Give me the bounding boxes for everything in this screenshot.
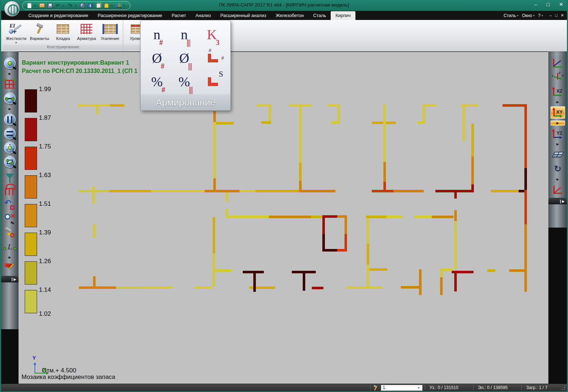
mdi-minimize-button[interactable]: –	[549, 13, 552, 18]
tab-создание-и-редактирование[interactable]: Создание и редактирование	[24, 11, 93, 20]
strengthening-icon	[104, 23, 116, 36]
view-isometric-icon[interactable]	[551, 57, 565, 69]
flyout-arrow-icon[interactable]: ▶	[551, 177, 565, 182]
mesh-icon[interactable]	[3, 78, 17, 90]
menu-окно[interactable]: Окно▾	[522, 13, 534, 18]
ribbon-button-усиление[interactable]: Усиление	[98, 22, 121, 44]
wall-segment	[418, 121, 425, 124]
toolbar-grip[interactable]: ........	[3, 53, 16, 55]
tab-анализ[interactable]: Анализ	[191, 11, 215, 20]
wall-segment	[423, 104, 436, 107]
variant-select[interactable]: 1. ▾	[381, 385, 423, 391]
flyout-icon-grid: n#n|||K3Ø#Ø|||##%#%|||S	[141, 20, 230, 93]
view-dimetric-icon[interactable]: ZYX	[551, 71, 565, 83]
tab-расчет[interactable]: Расчет	[167, 11, 191, 20]
mdi-restore-button[interactable]: □	[555, 13, 557, 18]
select-node-icon[interactable]	[3, 57, 17, 69]
select-horizontal-elements-icon[interactable]	[3, 127, 17, 140]
arrow-glyph: ▶	[556, 121, 559, 125]
close-button[interactable]: ✕	[559, 1, 563, 7]
perspective-plane-icon[interactable]	[551, 148, 565, 161]
wall-segment	[331, 121, 340, 124]
flyout-arrow-icon[interactable]: ▶	[3, 255, 17, 260]
tab-расширенное-редактирование[interactable]: Расширенное редактирование	[93, 11, 167, 20]
ribbon-button-варианты[interactable]: Варианты	[28, 22, 51, 44]
app-logo-icon[interactable]	[4, 1, 20, 17]
wall-segment	[509, 269, 525, 272]
toolbar-grip[interactable]: ........	[551, 53, 564, 55]
view-xz-icon[interactable]: XZ	[551, 85, 565, 98]
legend-swatch	[25, 175, 37, 199]
tab-кирпич[interactable]: Кирпич	[331, 11, 355, 20]
select-element-icon[interactable]	[3, 92, 17, 105]
ribbon-button-жесткости[interactable]: EI+Жесткости▼	[5, 22, 28, 44]
wall-segment	[487, 269, 495, 272]
legend-value: 1.14	[39, 286, 51, 294]
wall-segment	[255, 190, 299, 192]
wall-segment	[213, 253, 215, 286]
safety-factor-button[interactable]: K3	[199, 23, 227, 46]
chevron-down-icon[interactable]: ▼	[15, 41, 17, 44]
highlight-icon[interactable]	[3, 226, 17, 239]
ribbon-tab-bar: Создание и редактированиеРасширенное ред…	[1, 11, 567, 20]
tab-расширенный-анализ[interactable]: Расширенный анализ	[215, 11, 271, 20]
transform-icon[interactable]: ↶	[3, 198, 17, 211]
wall-segment	[299, 181, 302, 190]
corner-reinforcement-button[interactable]: ##	[199, 46, 227, 70]
filter-icon[interactable]	[3, 170, 17, 182]
mdi-close-button[interactable]: ✕	[561, 13, 564, 18]
wall-segment	[79, 286, 116, 289]
wall-segment	[116, 286, 143, 289]
minimize-button[interactable]: –	[534, 1, 537, 7]
glyph-sub: #	[162, 86, 165, 94]
masonry-icon	[57, 23, 69, 36]
rebar-percent-bars-button[interactable]: %|||	[172, 70, 200, 93]
view-xy-icon[interactable]: XY	[551, 106, 565, 119]
flyout-arrow-icon[interactable]: ▶	[3, 106, 17, 111]
view-rotated-axes-icon[interactable]	[551, 184, 565, 196]
ribbon-button-кладка[interactable]: Кладка	[52, 22, 74, 44]
legend-swatch	[25, 118, 37, 141]
mesh-undo-icon[interactable]	[3, 184, 17, 196]
loads-count: Загр.: 1 / 7	[524, 385, 557, 390]
dimension-line-icon[interactable]: L	[3, 241, 17, 253]
tab-железобетон[interactable]: Железобетон	[271, 11, 308, 20]
rebar-percent-grid-button[interactable]: %#	[144, 70, 172, 93]
wall-segment	[386, 216, 403, 218]
flyout-arrow-icon[interactable]: ▶	[551, 121, 565, 126]
wall-segment	[226, 216, 269, 218]
view-yz-icon[interactable]: YZ	[551, 127, 565, 140]
legend-swatch	[25, 290, 37, 313]
model-viewport[interactable]: Вариант конструирования:Вариант 1 Расчет…	[19, 52, 551, 384]
y-axis-arrow	[33, 361, 36, 365]
flag-annotation-icon[interactable]	[3, 262, 17, 274]
resize-grip[interactable]	[560, 385, 565, 390]
toolbar-collapse-handle[interactable]: ❙▶	[548, 198, 567, 204]
wall-segment	[257, 104, 271, 107]
rebar-diameter-bars-button[interactable]: Ø|||	[172, 46, 200, 70]
rebar-quantity-bars-button[interactable]: n|||	[172, 23, 200, 46]
rebar-quantity-grid-button[interactable]: n#	[144, 23, 172, 46]
flyout-arrow-icon[interactable]: ▶	[3, 71, 17, 76]
corner-area-button[interactable]: S	[199, 70, 227, 93]
menu-стиль[interactable]: Стиль▾	[504, 13, 519, 18]
select-vertical-elements-icon[interactable]	[3, 113, 17, 126]
calc-code-label: Расчет по РСН:СП 20.13330.2011_1 (СП 1	[22, 68, 137, 74]
arrow-glyph: ▶	[556, 100, 559, 104]
wall-segment	[372, 190, 394, 192]
rebar-diameter-grid-button[interactable]: Ø#	[144, 46, 172, 70]
select-block-icon[interactable]	[3, 156, 17, 168]
menu-help[interactable]: ?▾	[538, 13, 543, 18]
flyout-footer: Армирование	[141, 94, 230, 110]
tab-сталь[interactable]: Сталь	[309, 11, 331, 20]
arrow-glyph: ▶	[9, 256, 11, 259]
flyout-arrow-icon[interactable]: ▶	[551, 142, 565, 147]
select-radial-icon[interactable]	[3, 142, 17, 154]
legend-swatch	[25, 147, 37, 170]
toolbar-collapse-handle[interactable]: ❙▶	[1, 276, 19, 282]
rotate-view-icon[interactable]: ↻	[551, 163, 565, 175]
zoom-cancel-icon[interactable]: ✕	[3, 212, 17, 225]
ribbon-button-арматура[interactable]: Арматура	[75, 22, 98, 44]
maximize-button[interactable]: □	[547, 1, 549, 7]
flyout-arrow-icon[interactable]: ▶	[551, 99, 565, 105]
